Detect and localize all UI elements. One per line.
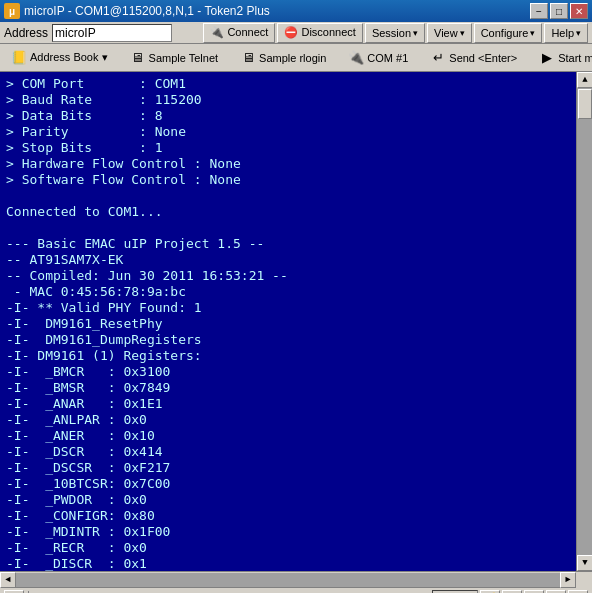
main-area: > COM Port : COM1 > Baud Rate : 115200 >… [0,72,592,571]
title-bar: μ microIP - COM1@115200,8,N,1 - Token2 P… [0,0,592,22]
terminal[interactable]: > COM Port : COM1 > Baud Rate : 115200 >… [0,72,576,571]
view-menu[interactable]: View [427,23,472,43]
title-bar-buttons[interactable]: − □ ✕ [530,3,588,19]
hscroll-left-button[interactable]: ◄ [0,572,16,588]
address-bar: Address [4,24,203,42]
scroll-track[interactable] [577,88,592,555]
status-icons: ⚡ ⏭ 🖨 ⏺ ⚙ [480,590,588,594]
scroll-down-button[interactable]: ▼ [577,555,592,571]
maximize-button[interactable]: □ [550,3,568,19]
app-icon: μ [4,3,20,19]
telnet-icon: 🖥 [130,50,146,66]
minimize-button[interactable]: − [530,3,548,19]
terminal-text: > COM Port : COM1 > Baud Rate : 115200 >… [6,76,570,571]
status-right: 79 x 33 ⚡ ⏭ 🖨 ⏺ ⚙ [432,590,588,594]
sample-telnet-button[interactable]: 🖥 Sample Telnet [123,47,226,69]
status-monitor-icon[interactable]: 🖥 [4,590,24,594]
status-settings-icon[interactable]: ⚙ [568,590,588,594]
address-input[interactable] [52,24,172,42]
rlogin-icon: 🖥 [240,50,256,66]
disconnect-button[interactable]: ⛔ Disconnect [277,23,362,43]
address-label: Address [4,26,48,40]
horizontal-scrollbar[interactable]: ◄ ► [0,571,592,587]
address-book-icon: 📒 [11,50,27,66]
toolbar: 📒 Address Book ▾ 🖥 Sample Telnet 🖥 Sampl… [0,44,592,72]
vertical-scrollbar[interactable]: ▲ ▼ [576,72,592,571]
status-power-icon[interactable]: ⚡ [480,590,500,594]
status-record-icon[interactable]: ⏺ [546,590,566,594]
com1-button[interactable]: 🔌 COM #1 [341,47,415,69]
menu-buttons: 🔌 Connect ⛔ Disconnect Session View Conf… [203,23,588,43]
session-menu[interactable]: Session [365,23,425,43]
send-enter-button[interactable]: ↵ Send <Enter> [423,47,524,69]
scroll-thumb[interactable] [578,89,592,119]
help-menu[interactable]: Help [544,23,588,43]
play-icon: ▶ [539,50,555,66]
sample-rlogin-button[interactable]: 🖥 Sample rlogin [233,47,333,69]
status-coords: 79 x 33 [432,590,478,594]
configure-menu[interactable]: Configure [474,23,543,43]
status-bar: 🖥 COM Port 79 x 33 ⚡ ⏭ 🖨 ⏺ ⚙ [0,587,592,593]
address-book-button[interactable]: 📒 Address Book ▾ [4,47,115,69]
hscroll-track[interactable] [16,573,560,587]
close-button[interactable]: ✕ [570,3,588,19]
hscroll-corner [576,572,592,588]
hscroll-right-button[interactable]: ► [560,572,576,588]
scroll-up-button[interactable]: ▲ [577,72,592,88]
start-midc-button[interactable]: ▶ Start midc [532,47,592,69]
status-skip-icon[interactable]: ⏭ [502,590,522,594]
title-bar-text: microIP - COM1@115200,8,N,1 - Token2 Plu… [24,4,530,18]
connect-button[interactable]: 🔌 Connect [203,23,275,43]
enter-icon: ↵ [430,50,446,66]
menu-bar: Address 🔌 Connect ⛔ Disconnect Session V… [0,22,592,44]
status-print-icon[interactable]: 🖨 [524,590,544,594]
com-icon: 🔌 [348,50,364,66]
